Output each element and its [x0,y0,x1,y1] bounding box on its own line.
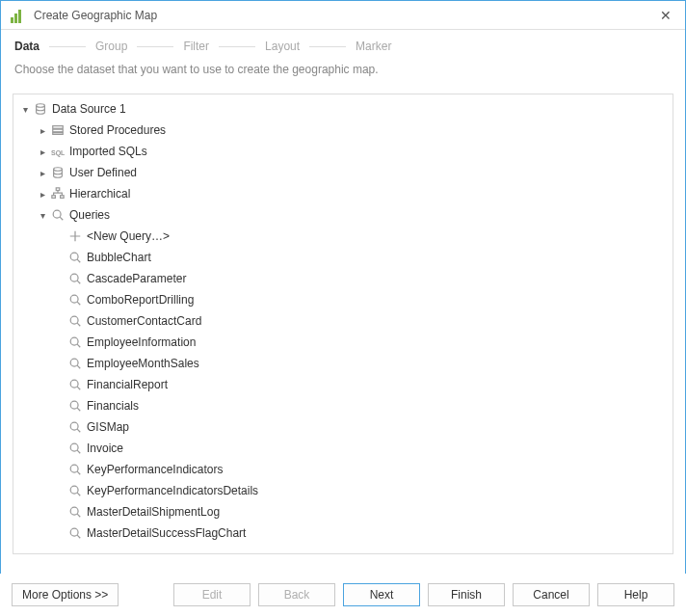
tree-item-label: EmployeeInformation [87,335,196,349]
query-icon [67,525,83,541]
tree-item[interactable]: ▸EmployeeInformation [13,332,673,353]
tree-item[interactable]: ▸GISMap [13,416,673,438]
finish-button[interactable]: Finish [428,583,505,606]
cancel-button[interactable]: Cancel [513,583,590,606]
step-data[interactable]: Data [14,40,40,53]
close-icon[interactable]: ✕ [656,8,675,23]
tree-item[interactable]: ▸Financials [13,395,673,416]
tree-item[interactable]: ▸Invoice [13,438,673,459]
tree-item[interactable]: ▸ComboReportDrilling [13,289,673,310]
database-icon [33,101,48,117]
query-icon [67,377,83,392]
tree-item[interactable]: ▸KeyPerformanceIndicators [13,459,673,480]
query-icon [67,398,83,414]
more-options-button[interactable]: More Options >> [12,583,119,606]
plus-icon [67,228,83,244]
chevron-down-icon[interactable]: ▾ [37,209,48,221]
app-icon [11,8,26,23]
tree-item-label: ComboReportDrilling [87,293,194,307]
tree-item-label: MasterDetailSuccessFlagChart [87,526,246,540]
tree-item[interactable]: ▸EmployeeMonthSales [13,353,673,374]
dataset-tree-scroll[interactable]: ▾ Data Source 1 ▸ Stored Procedures ▸ Im… [13,94,673,553]
tree-node-label: User Defined [69,166,137,179]
chevron-right-icon[interactable]: ▸ [37,146,48,157]
chevron-down-icon[interactable]: ▾ [19,103,31,115]
tree-item-label: MasterDetailShipmentLog [87,505,220,519]
query-icon [67,292,83,308]
wizard-description: Choose the dataset that you want to use … [1,59,685,86]
tree-node-label: Stored Procedures [69,123,166,137]
hier-icon [50,186,66,201]
tree-item[interactable]: ▸KeyPerformanceIndicatorsDetails [13,480,673,501]
tree-item-label: Financials [87,399,139,413]
tree-item-label: KeyPerformanceIndicatorsDetails [87,484,258,497]
query-icon [67,483,83,498]
tree-item[interactable]: ▸MasterDetailSuccessFlagChart [13,522,673,544]
query-icon [67,335,83,350]
query-icon [67,271,83,286]
tree-item-label: CascadeParameter [87,272,186,285]
tree-node-label: Imported SQLs [69,145,147,158]
next-button[interactable]: Next [343,583,420,606]
tree-item[interactable]: ▸MasterDetailShipmentLog [13,501,673,522]
tree-item-label: BubbleChart [87,251,151,264]
titlebar: Create Geographic Map ✕ [1,1,685,30]
tree-item-label: EmployeeMonthSales [87,357,199,370]
tree-item[interactable]: ▸FinancialReport [13,374,673,395]
query-icon [67,250,83,265]
database-icon [50,165,66,180]
chevron-right-icon[interactable]: ▸ [37,188,48,200]
query-icon [50,207,66,223]
edit-button[interactable]: Edit [173,583,251,606]
query-icon [67,419,83,435]
step-divider [137,46,173,47]
tree-item-label: KeyPerformanceIndicators [87,463,223,476]
tree-item-label: FinancialReport [87,378,168,391]
step-divider [309,46,346,47]
tree-node-queries[interactable]: ▾ Queries [13,204,673,226]
tree-node-user-defined[interactable]: ▸ User Defined [13,162,673,183]
step-filter[interactable]: Filter [183,40,209,53]
query-icon [67,356,83,371]
tree-item-label: <New Query…> [87,229,170,243]
step-group[interactable]: Group [95,40,127,53]
tree-item[interactable]: ▸BubbleChart [13,247,673,268]
help-button[interactable]: Help [597,583,674,606]
tree-item-label: Invoice [87,442,123,455]
tree-node-hierarchical[interactable]: ▸ Hierarchical [13,183,673,204]
dataset-tree: ▾ Data Source 1 ▸ Stored Procedures ▸ Im… [13,94,673,554]
chevron-right-icon[interactable]: ▸ [37,124,48,136]
tree-item[interactable]: ▸CustomerContactCard [13,310,673,332]
tree-node-stored-procedures[interactable]: ▸ Stored Procedures [13,120,673,141]
tree-node-label: Queries [69,208,110,222]
query-icon [67,504,83,520]
query-icon [67,441,83,456]
tree-root-label: Data Source 1 [52,102,126,116]
step-divider [49,46,86,47]
tree-root[interactable]: ▾ Data Source 1 [13,98,673,120]
tree-item-new-query[interactable]: ▸ <New Query…> [13,226,673,247]
proc-icon [50,122,66,138]
tree-node-imported-sqls[interactable]: ▸ Imported SQLs [13,141,673,162]
tree-node-label: Hierarchical [69,187,130,201]
tree-item-label: GISMap [87,420,129,434]
step-divider [219,46,255,47]
chevron-right-icon[interactable]: ▸ [37,167,48,178]
wizard-footer: More Options >> Edit Back Next Finish Ca… [0,574,686,616]
step-layout[interactable]: Layout [265,40,300,53]
query-icon [67,313,83,329]
tree-item[interactable]: ▸CascadeParameter [13,268,673,289]
step-marker[interactable]: Marker [356,40,391,53]
query-icon [67,462,83,477]
window-title: Create Geographic Map [34,9,157,22]
step-bar: Data Group Filter Layout Marker [1,30,685,59]
sql-icon [50,144,66,159]
back-button[interactable]: Back [258,583,335,606]
tree-item-label: CustomerContactCard [87,314,201,328]
